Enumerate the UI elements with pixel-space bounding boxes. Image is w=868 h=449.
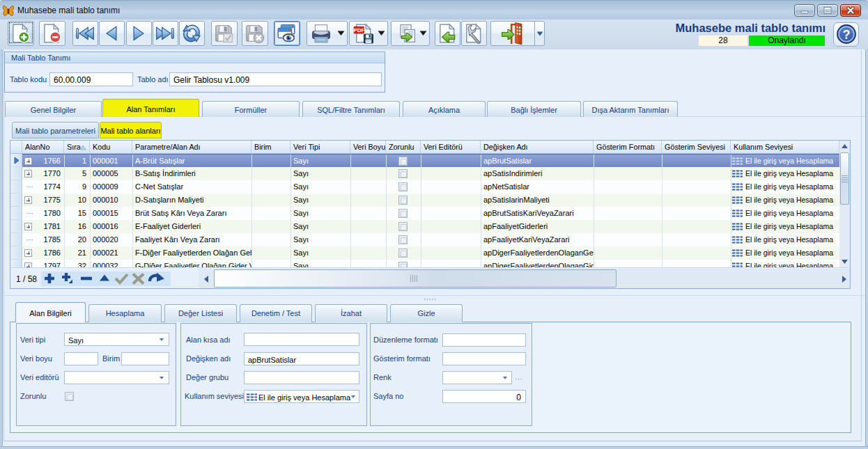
- svg-text:PDF: PDF: [353, 27, 364, 33]
- svg-text:?: ?: [843, 28, 851, 42]
